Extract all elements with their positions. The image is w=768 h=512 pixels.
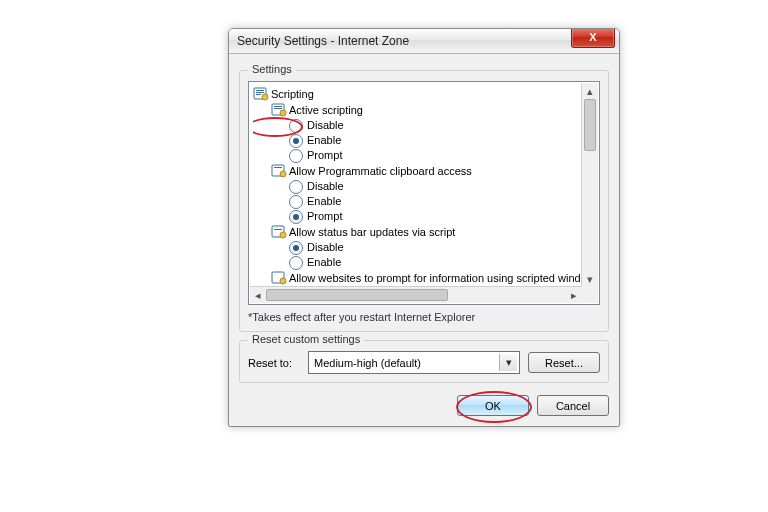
close-button[interactable]: X (571, 28, 615, 48)
option-label: Prompt (307, 209, 342, 224)
tree-group-clipboard[interactable]: Allow Programmatic clipboard access (253, 163, 597, 179)
radio-icon (289, 119, 303, 133)
option-label: Disable (307, 179, 344, 194)
svg-point-4 (262, 94, 268, 100)
scroll-thumb[interactable] (266, 289, 448, 301)
svg-rect-13 (274, 229, 282, 230)
reset-group: Reset custom settings Reset to: Medium-h… (239, 340, 609, 383)
tree-label: Allow Programmatic clipboard access (289, 164, 472, 179)
horizontal-scrollbar[interactable]: ◂ ▸ (250, 286, 582, 303)
tree-group-active-scripting[interactable]: Active scripting (253, 102, 597, 118)
tree-option[interactable]: Enable (253, 133, 597, 148)
radio-icon (289, 256, 303, 270)
ok-button[interactable]: OK (457, 395, 529, 416)
option-label: Enable (307, 133, 341, 148)
dialog-title: Security Settings - Internet Zone (237, 34, 409, 48)
svg-rect-7 (274, 108, 282, 109)
script-icon (271, 224, 287, 240)
option-label: Disable (307, 240, 344, 255)
svg-point-16 (280, 278, 286, 284)
script-icon (271, 163, 287, 179)
scroll-right-icon[interactable]: ▸ (566, 287, 582, 303)
restart-note: *Takes effect after you restart Internet… (248, 311, 600, 323)
scroll-corner (582, 287, 598, 303)
titlebar[interactable]: Security Settings - Internet Zone X (229, 29, 619, 54)
cancel-button[interactable]: Cancel (537, 395, 609, 416)
radio-icon (289, 195, 303, 209)
tree-group-statusbar[interactable]: Allow status bar updates via script (253, 224, 597, 240)
security-settings-dialog: Security Settings - Internet Zone X Sett… (228, 28, 620, 427)
svg-point-14 (280, 232, 286, 238)
svg-point-11 (280, 171, 286, 177)
svg-rect-2 (256, 92, 264, 93)
tree-label: Active scripting (289, 103, 363, 118)
tree-label: Scripting (271, 87, 314, 102)
settings-legend: Settings (248, 63, 296, 75)
tree-group-scripted-windows[interactable]: Allow websites to prompt for information… (253, 270, 597, 286)
option-label: Prompt (307, 148, 342, 163)
tree-label: Allow websites to prompt for information… (289, 271, 597, 286)
tree-option[interactable]: Enable (253, 194, 597, 209)
radio-icon (289, 149, 303, 163)
dropdown-value: Medium-high (default) (314, 357, 421, 369)
vertical-scrollbar[interactable]: ▴ ▾ (581, 83, 598, 287)
tree-category-scripting[interactable]: Scripting (253, 86, 597, 102)
tree-option[interactable]: Disable (253, 179, 597, 194)
reset-level-dropdown[interactable]: Medium-high (default) ▾ (308, 351, 520, 374)
svg-rect-1 (256, 90, 264, 91)
svg-rect-10 (274, 167, 282, 168)
scroll-thumb[interactable] (584, 99, 596, 151)
tree-label: Allow status bar updates via script (289, 225, 455, 240)
tree-option[interactable]: Prompt (253, 148, 597, 163)
reset-legend: Reset custom settings (248, 333, 364, 345)
radio-icon (289, 180, 303, 194)
tree-option[interactable]: Enable (253, 255, 597, 270)
script-icon (271, 270, 287, 286)
scroll-left-icon[interactable]: ◂ (250, 287, 266, 303)
close-icon: X (589, 32, 596, 43)
scroll-down-icon[interactable]: ▾ (582, 271, 598, 287)
option-label: Disable (307, 118, 344, 133)
svg-rect-3 (256, 94, 261, 95)
option-label: Enable (307, 255, 341, 270)
dialog-actions: OK Cancel (239, 395, 609, 416)
settings-tree[interactable]: Scripting Active scripting Disable (248, 81, 600, 305)
tree-option[interactable]: Disable (253, 240, 597, 255)
scroll-up-icon[interactable]: ▴ (582, 83, 598, 99)
tree-option[interactable]: Prompt (253, 209, 597, 224)
chevron-down-icon: ▾ (499, 354, 517, 371)
radio-icon (289, 241, 303, 255)
radio-icon (289, 210, 303, 224)
script-icon (271, 102, 287, 118)
radio-icon (289, 134, 303, 148)
tree-option[interactable]: Disable (253, 118, 597, 133)
settings-group: Settings Scripting A (239, 70, 609, 332)
svg-point-8 (280, 110, 286, 116)
scripting-icon (253, 86, 269, 102)
reset-button[interactable]: Reset... (528, 352, 600, 373)
option-label: Enable (307, 194, 341, 209)
svg-rect-6 (274, 106, 282, 107)
reset-to-label: Reset to: (248, 357, 300, 369)
